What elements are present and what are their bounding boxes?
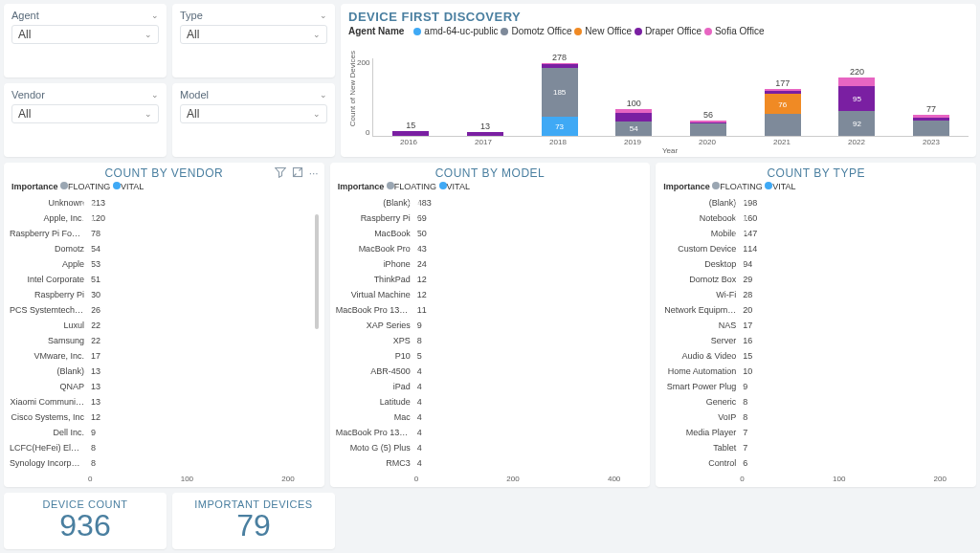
filter-type-select[interactable]: All⌄ <box>180 25 327 44</box>
bar-row[interactable]: VoIP8 <box>661 409 970 425</box>
bar-row[interactable]: QNAP13 <box>10 379 319 394</box>
bar-row[interactable]: MacBook Pro 13"…11 <box>336 302 645 318</box>
bar-segment[interactable] <box>690 122 726 123</box>
bar-segment[interactable]: 92 <box>838 111 875 135</box>
bar-row[interactable]: Home Automation10 <box>661 364 970 379</box>
bar-row[interactable]: Samsung2122 <box>10 333 319 348</box>
bar-segment[interactable] <box>467 132 503 136</box>
bar-segment[interactable]: 73 <box>542 117 578 136</box>
legend-item[interactable]: Sofia Office <box>704 26 765 36</box>
bar-row[interactable]: Media Player7 <box>661 425 970 440</box>
focus-mode-icon[interactable] <box>292 166 303 181</box>
bar-row[interactable]: Domotz5454 <box>10 241 319 256</box>
vendor-bars[interactable]: Unknown212213Apple, Inc.120120Raspberry … <box>10 195 319 474</box>
filter-model-select[interactable]: All⌄ <box>180 104 327 123</box>
filter-type: Type⌄ All⌄ <box>172 4 335 77</box>
bar-row[interactable]: Mac4 <box>336 409 645 425</box>
bar-row[interactable]: (Blank)13 <box>10 364 319 379</box>
bar-row[interactable]: XPS8 <box>336 333 645 348</box>
bar-row[interactable]: Moto G (5) Plus4 <box>336 440 645 455</box>
bar-segment[interactable] <box>690 121 726 122</box>
more-options-icon[interactable]: ··· <box>309 166 319 181</box>
bar-row[interactable]: Generic8 <box>661 394 970 409</box>
bar-row[interactable]: Domotz Box2929 <box>661 272 970 287</box>
bar-row[interactable]: ThinkPad12 <box>336 272 645 287</box>
chevron-down-icon[interactable]: ⌄ <box>320 90 327 100</box>
bar-segment[interactable]: 76 <box>765 94 801 114</box>
legend-item[interactable]: Draper Office <box>635 26 702 36</box>
bar-row[interactable]: Mobile147147 <box>661 226 970 241</box>
bar-row[interactable]: NAS17 <box>661 318 970 333</box>
bar-segment[interactable] <box>542 64 578 68</box>
bar-row[interactable]: Virtual Machine12 <box>336 287 645 302</box>
bar-segment[interactable] <box>913 115 949 118</box>
bar-segment[interactable] <box>615 113 652 122</box>
filter-vendor-select[interactable]: All⌄ <box>11 104 159 123</box>
bar-segment[interactable] <box>392 131 429 135</box>
bar-row[interactable]: Network Equipm…20 <box>661 302 970 318</box>
bar-segment[interactable] <box>542 63 578 65</box>
bar-row[interactable]: Audio & Video15 <box>661 348 970 364</box>
bar-row[interactable]: RMC34 <box>336 455 645 471</box>
legend-item[interactable]: New Office <box>574 26 632 36</box>
model-bars[interactable]: (Blank)44439483Raspberry Pi5669MacBook50… <box>336 195 645 474</box>
bar-row[interactable]: (Blank)197198 <box>661 195 970 210</box>
bar-row[interactable]: Synology Incorpo…8 <box>10 455 319 471</box>
bar-row[interactable]: LCFC(HeFei) Elect…8 <box>10 440 319 455</box>
bar-row[interactable]: Intel Corporate5151 <box>10 272 319 287</box>
bar-segment[interactable]: 95 <box>838 86 875 111</box>
legend-item[interactable]: amd-64-uc-public <box>413 26 498 36</box>
bar-row[interactable]: Raspberry Pi5669 <box>336 210 645 226</box>
bar-row[interactable]: Desktop9394 <box>661 256 970 272</box>
bar-row[interactable]: PCS Systemtechn…2426 <box>10 302 319 318</box>
bar-segment[interactable]: 185 <box>542 68 578 117</box>
bar-segment[interactable] <box>615 109 652 113</box>
chevron-down-icon: ⌄ <box>313 30 321 39</box>
bar-segment[interactable]: 54 <box>615 122 652 136</box>
bar-row[interactable]: MacBook5050 <box>336 226 645 241</box>
bar-row[interactable]: (Blank)44439483 <box>336 195 645 210</box>
chevron-down-icon[interactable]: ⌄ <box>151 11 159 20</box>
bar-row[interactable]: XAP Series9 <box>336 318 645 333</box>
bar-row[interactable]: MacBook Pro 13"…4 <box>336 425 645 440</box>
important-devices-card: IMPORTANT DEVICES 79 <box>172 493 335 549</box>
bar-segment[interactable] <box>765 89 801 91</box>
bar-row[interactable]: Luxul1822 <box>10 318 319 333</box>
filter-agent-select[interactable]: All⌄ <box>11 25 159 44</box>
bar-row[interactable]: iPhone2224 <box>336 256 645 272</box>
bar-row[interactable]: Control6 <box>661 455 970 471</box>
bar-row[interactable]: Cisco Systems, Inc12 <box>10 409 319 425</box>
bar-segment[interactable] <box>838 77 875 86</box>
important-devices-value: 79 <box>180 508 327 543</box>
bar-row[interactable]: Apple5353 <box>10 256 319 272</box>
type-bars[interactable]: (Blank)197198Notebook160160Mobile147147C… <box>661 195 970 474</box>
bar-row[interactable]: Raspberry Pi Fou…522678 <box>10 226 319 241</box>
legend-item[interactable]: Domotz Office <box>501 26 571 36</box>
bar-row[interactable]: ABR-45004 <box>336 364 645 379</box>
bar-row[interactable]: MacBook Pro4343 <box>336 241 645 256</box>
chevron-down-icon[interactable]: ⌄ <box>320 11 327 20</box>
bar-row[interactable]: iPad4 <box>336 379 645 394</box>
discovery-bars[interactable]: 151327873185100545617776220929577 <box>372 58 969 137</box>
bar-segment[interactable] <box>690 123 726 135</box>
bar-row[interactable]: Tablet7 <box>661 440 970 455</box>
bar-row[interactable]: P105 <box>336 348 645 364</box>
bar-row[interactable]: Smart Power Plug9 <box>661 379 970 394</box>
bar-row[interactable]: VMware, Inc.17 <box>10 348 319 364</box>
bar-row[interactable]: Xiaomi Communi…13 <box>10 394 319 409</box>
filter-icon[interactable] <box>275 166 286 181</box>
bar-row[interactable]: Notebook160160 <box>661 210 970 226</box>
bar-row[interactable]: Raspberry Pi2830 <box>10 287 319 302</box>
bar-row[interactable]: Latitude4 <box>336 394 645 409</box>
chevron-down-icon[interactable]: ⌄ <box>151 90 159 100</box>
bar-row[interactable]: Dell Inc.9 <box>10 425 319 440</box>
bar-row[interactable]: Apple, Inc.120120 <box>10 210 319 226</box>
bar-row[interactable]: Unknown212213 <box>10 195 319 210</box>
bar-segment[interactable] <box>913 121 949 135</box>
bar-segment[interactable] <box>765 114 801 135</box>
bar-row[interactable]: Custom Device8430114 <box>661 241 970 256</box>
bar-row[interactable]: Server16 <box>661 333 970 348</box>
bar-row[interactable]: Wi-Fi2728 <box>661 287 970 302</box>
bar-segment[interactable] <box>765 91 801 95</box>
bar-segment[interactable] <box>913 118 949 121</box>
